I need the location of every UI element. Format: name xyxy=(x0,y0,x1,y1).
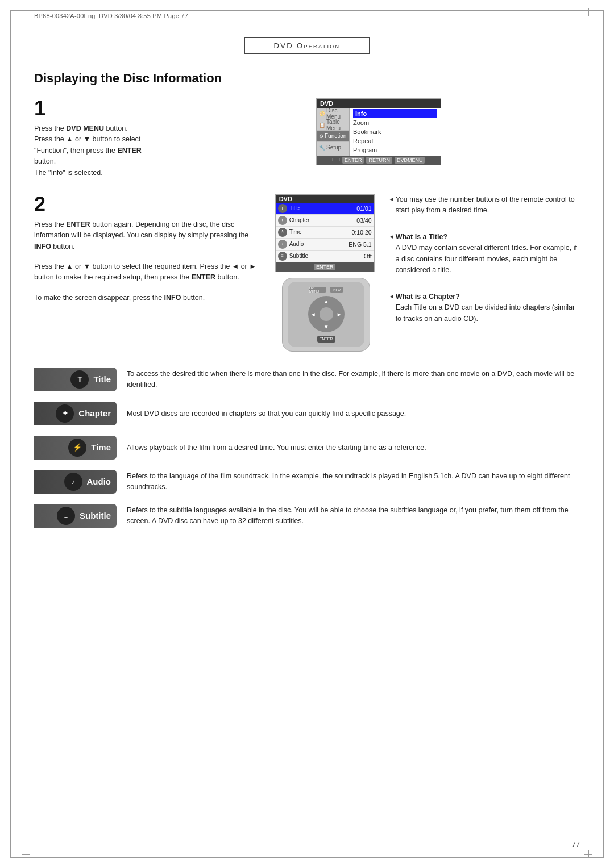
info-row-subtitle: ≡ Subtitle Off xyxy=(276,251,374,262)
remote-control: DVD MENU INFO ▲ ▼ ◄ ► xyxy=(282,278,370,352)
btn-return: RETURN xyxy=(366,157,392,164)
step2-left: 2 Press the ENTER button again. Dependin… xyxy=(34,194,264,352)
dpad-right-arrow: ► xyxy=(337,311,342,317)
info-item-chapter-row: ✦ Chapter Most DVD discs are recorded in… xyxy=(34,402,580,425)
info-item-title-row: T Title To access the desired title when… xyxy=(34,368,580,391)
step1-left: 1 Press the DVD MENU button. Press the ▲… xyxy=(34,98,302,178)
dpad-center xyxy=(320,307,333,321)
step2-text1: Press the ENTER button again. Depending … xyxy=(34,219,264,252)
info-enter-btn: ENTER xyxy=(314,264,336,270)
info-box-enter: ENTER xyxy=(276,262,374,272)
left-vline xyxy=(23,0,23,868)
dpad-circle: ▲ ▼ ◄ ► xyxy=(308,296,345,332)
header-meta: BP68-00342A-00Eng_DVD 3/30/04 8:55 PM Pa… xyxy=(34,12,188,19)
step1-text: Press the DVD MENU button. Press the ▲ o… xyxy=(34,123,302,178)
menu-repeat: Repeat xyxy=(353,136,437,145)
audio-item-text: Refers to the language of the film sound… xyxy=(117,471,580,493)
time-badge: ⚡ Time xyxy=(34,436,117,460)
dpad-left-arrow: ◄ xyxy=(310,311,316,317)
info-box-header: DVD xyxy=(276,195,374,203)
dvd-menu-content: Info Zoom Bookmark Repeat Program xyxy=(350,108,441,156)
time-badge-label: Time xyxy=(91,443,111,452)
audio-badge: ♪ Audio xyxy=(34,470,117,494)
info-display-box: DVD T Title 01/01 ✦ Chapter 03/40 ⏱ Time… xyxy=(275,194,375,272)
sidebar-table-menu: 📋Table Menu xyxy=(317,119,349,131)
subtitle-badge-icon: ≡ xyxy=(57,507,75,525)
sidebar-function: ⚙Function xyxy=(317,131,349,142)
main-content: Displaying the Disc Information 1 Press … xyxy=(0,71,614,528)
info-row-title: T Title 01/01 xyxy=(276,203,374,215)
chapter-item-text: Most DVD discs are recorded in chapters … xyxy=(117,408,580,419)
info-row-audio: ♪ Audio ENG 5.1 xyxy=(276,239,374,251)
note-number-buttons: You may use the number buttons of the re… xyxy=(389,194,580,216)
dvd-menu-box: DVD 📀Disc Menu 📋Table Menu ⚙Function xyxy=(316,98,441,165)
info-items-section: T Title To access the desired title when… xyxy=(34,368,580,528)
step1-number: 1 xyxy=(34,98,302,119)
chapter-badge-icon: ✦ xyxy=(56,404,74,423)
time-badge-icon: ⚡ xyxy=(68,439,86,457)
remote-area: DVD MENU INFO ▲ ▼ ◄ ► xyxy=(275,278,377,352)
btn-dvdmenu: DVDMENU xyxy=(395,157,425,164)
step2-number: 2 xyxy=(34,194,264,215)
dvd-operation-box: DVD Operation xyxy=(244,37,370,54)
note-what-is-title: What is a Title? A DVD may contain sever… xyxy=(389,232,580,276)
dvd-menu-sidebar: 📀Disc Menu 📋Table Menu ⚙Function 🔧Setup xyxy=(317,108,350,156)
dvd-menu-btn: DVD MENU xyxy=(309,287,326,293)
time-item-text: Allows playback of the film from a desir… xyxy=(117,443,580,453)
subtitle-icon: ≡ xyxy=(278,252,287,261)
step2-text3: To make the screen disappear, press the … xyxy=(34,293,264,303)
info-item-audio-row: ♪ Audio Refers to the language of the fi… xyxy=(34,470,580,494)
step2-section: 2 Press the ENTER button again. Dependin… xyxy=(34,194,580,352)
header-area: BP68-00342A-00Eng_DVD 3/30/04 8:55 PM Pa… xyxy=(0,0,614,19)
info-btn: INFO xyxy=(330,287,343,293)
title-icon: T xyxy=(278,204,287,213)
info-row-time: ⏱ Time 0:10:20 xyxy=(276,227,374,239)
step2-right: You may use the number buttons of the re… xyxy=(389,194,580,352)
subtitle-badge: ≡ Subtitle xyxy=(34,504,117,528)
step1-section: 1 Press the DVD MENU button. Press the ▲… xyxy=(34,98,580,178)
audio-badge-icon: ♪ xyxy=(64,473,82,491)
title-item-text: To access the desired title when there i… xyxy=(117,369,580,390)
dpad-up-arrow: ▲ xyxy=(323,298,329,304)
chapter-badge: ✦ Chapter xyxy=(34,402,117,425)
info-item-subtitle-row: ≡ Subtitle Refers to the subtitle langua… xyxy=(34,504,580,528)
dvd-menu-footer: □ □ ENTER RETURN DVDMENU xyxy=(317,156,441,165)
menu-bookmark: Bookmark xyxy=(353,127,437,136)
page-title: Displaying the Disc Information xyxy=(34,71,580,86)
info-row-chapter: ✦ Chapter 03/40 xyxy=(276,215,374,227)
audio-badge-label: Audio xyxy=(87,477,111,486)
dpad: ▲ ▼ ◄ ► xyxy=(308,296,345,332)
remote-enter-btn: ENTER xyxy=(317,336,335,343)
audio-icon: ♪ xyxy=(278,240,287,249)
step1-menu-area: DVD 📀Disc Menu 📋Table Menu ⚙Function xyxy=(316,98,441,165)
menu-program: Program xyxy=(353,145,437,155)
title-badge-icon: T xyxy=(70,370,89,389)
chapter-badge-label: Chapter xyxy=(78,408,111,418)
sidebar-disc-menu: 📀Disc Menu xyxy=(317,108,349,119)
step2-text2: Press the ▲ or ▼ button to select the re… xyxy=(34,261,264,283)
btn-enter: ENTER xyxy=(342,157,364,164)
info-item-time-row: ⚡ Time Allows playback of the film from … xyxy=(34,436,580,460)
time-icon: ⏱ xyxy=(278,228,287,237)
right-vline xyxy=(591,0,591,868)
remote-top-buttons: DVD MENU INFO xyxy=(309,287,343,293)
menu-info: Info xyxy=(353,109,437,118)
subtitle-badge-label: Subtitle xyxy=(80,511,111,520)
page-number: 77 xyxy=(572,840,580,849)
note-what-is-chapter: What is a Chapter? Each Title on a DVD c… xyxy=(389,291,580,324)
title-badge-label: Title xyxy=(93,374,111,384)
subtitle-item-text: Refers to the subtitle languages availab… xyxy=(117,505,580,527)
title-badge: T Title xyxy=(34,368,117,391)
dpad-down-arrow: ▼ xyxy=(323,324,329,330)
sidebar-setup: 🔧Setup xyxy=(317,142,349,153)
chapter-icon: ✦ xyxy=(278,216,287,225)
step2-center: DVD T Title 01/01 ✦ Chapter 03/40 ⏱ Time… xyxy=(275,194,377,352)
dvd-menu-row: 📀Disc Menu 📋Table Menu ⚙Function 🔧Setup xyxy=(317,108,441,156)
remote-inner: DVD MENU INFO ▲ ▼ ◄ ► xyxy=(288,282,364,347)
menu-zoom: Zoom xyxy=(353,118,437,127)
